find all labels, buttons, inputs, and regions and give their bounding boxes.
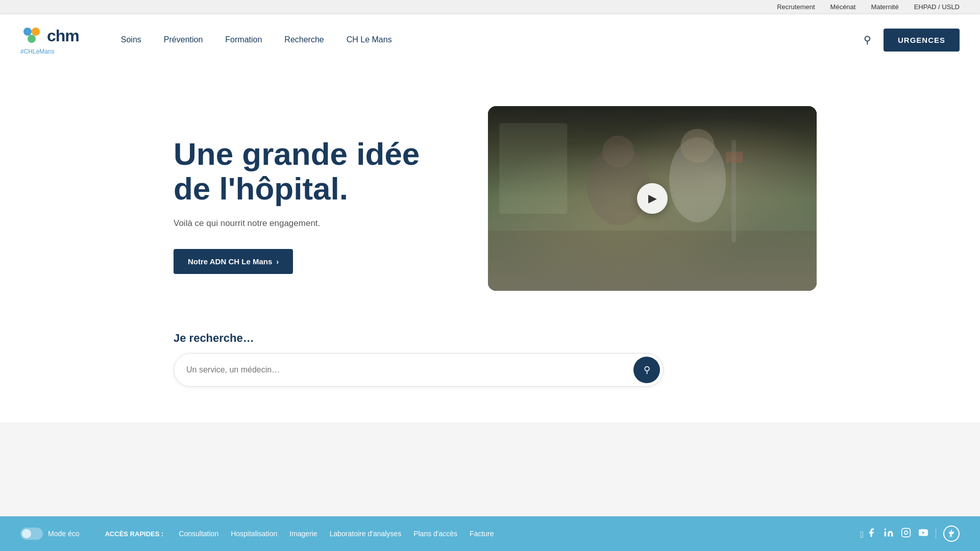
topbar-recrutement[interactable]: Recrutement <box>777 3 815 11</box>
quick-access-label: ACCÈS RAPIDES : <box>105 530 163 538</box>
logo[interactable]: chm #CHLeMans <box>20 24 79 55</box>
svg-point-0 <box>23 28 32 36</box>
svg-point-7 <box>603 136 634 167</box>
topbar-mecenat[interactable]: Mécénat <box>830 3 856 11</box>
hero-title-line2: de l'hôpital. <box>174 171 348 206</box>
instagram-icon[interactable] <box>901 528 911 540</box>
arrow-icon: › <box>276 257 279 266</box>
social-icons:  <box>860 525 960 542</box>
search-submit-button[interactable]: ⚲ <box>633 357 660 383</box>
accessibility-icon[interactable] <box>943 525 960 542</box>
footer-bar: Mode éco ACCÈS RAPIDES : Consultation Ho… <box>0 516 980 551</box>
header-right: ⚲ URGENCES <box>860 29 960 52</box>
facebook-icon[interactable]:  <box>860 528 876 540</box>
svg-point-9 <box>681 129 715 163</box>
logo-hashtag: #CHLeMans <box>20 48 55 55</box>
search-icon: ⚲ <box>864 34 871 45</box>
quick-link-imagerie[interactable]: Imagerie <box>289 530 317 538</box>
search-input[interactable] <box>186 365 633 374</box>
hero-cta-label: Notre ADN CH Le Mans <box>188 257 272 266</box>
hero-title-line1: Une grande idée <box>174 136 420 171</box>
hero-cta-button[interactable]: Notre ADN CH Le Mans › <box>174 249 293 274</box>
hero-subtitle: Voilà ce qui nourrit notre engagement. <box>174 218 447 229</box>
nav-formation[interactable]: Formation <box>214 30 273 49</box>
nav-recherche[interactable]: Recherche <box>273 30 335 49</box>
quick-link-consultation[interactable]: Consultation <box>179 530 218 538</box>
search-bar: ⚲ <box>174 353 664 387</box>
search-label: Je recherche… <box>174 332 806 345</box>
svg-rect-4 <box>488 231 817 291</box>
play-icon: ▶ <box>648 192 657 205</box>
main-content: Une grande idée de l'hôpital. Voilà ce q… <box>0 65 980 422</box>
eco-toggle[interactable] <box>20 528 43 540</box>
hero-right: ▶ <box>488 106 817 291</box>
nav-ch-le-mans[interactable]: CH Le Mans <box>335 30 403 49</box>
top-bar: Recrutement Mécénat Maternité EHPAD / US… <box>0 0 980 14</box>
svg-rect-13 <box>902 528 911 537</box>
quick-access-links: Consultation Hospitalisation Imagerie La… <box>179 530 845 538</box>
svg-point-12 <box>885 528 886 530</box>
hero-title: Une grande idée de l'hôpital. <box>174 137 447 206</box>
quick-link-plans[interactable]: Plans d'accès <box>413 530 457 538</box>
svg-rect-5 <box>500 123 568 214</box>
linkedin-icon[interactable] <box>884 528 894 540</box>
quick-link-hospitalisation[interactable]: Hospitalisation <box>231 530 277 538</box>
topbar-maternite[interactable]: Maternité <box>871 3 898 11</box>
chm-logo-icon <box>20 24 43 47</box>
quick-link-facture[interactable]: Facture <box>470 530 494 538</box>
svg-point-16 <box>951 530 952 532</box>
nav-soins[interactable]: Soins <box>110 30 153 49</box>
hero-section: Une grande idée de l'hôpital. Voilà ce q… <box>133 65 847 321</box>
urgences-button[interactable]: URGENCES <box>884 29 960 52</box>
search-section: Je recherche… ⚲ <box>133 321 847 417</box>
svg-point-2 <box>28 35 36 43</box>
nav-prevention[interactable]: Prévention <box>153 30 214 49</box>
svg-point-1 <box>32 28 40 36</box>
video-container[interactable]: ▶ <box>488 106 817 291</box>
svg-rect-11 <box>726 152 743 163</box>
video-play-button[interactable]: ▶ <box>637 183 668 214</box>
divider <box>936 529 936 539</box>
eco-mode: Mode éco <box>20 528 79 540</box>
main-header: chm #CHLeMans Soins Prévention Formation… <box>0 14 980 65</box>
header-search-button[interactable]: ⚲ <box>860 30 875 50</box>
youtube-icon[interactable] <box>918 528 928 540</box>
logo-text: chm <box>47 27 79 45</box>
main-nav: Soins Prévention Formation Recherche CH … <box>110 30 860 49</box>
topbar-ehpad[interactable]: EHPAD / USLD <box>914 3 960 11</box>
eco-mode-label: Mode éco <box>48 530 79 538</box>
hero-left: Une grande idée de l'hôpital. Voilà ce q… <box>174 106 447 274</box>
search-submit-icon: ⚲ <box>644 364 650 375</box>
quick-link-laboratoire[interactable]: Laboratoire d'analyses <box>330 530 401 538</box>
